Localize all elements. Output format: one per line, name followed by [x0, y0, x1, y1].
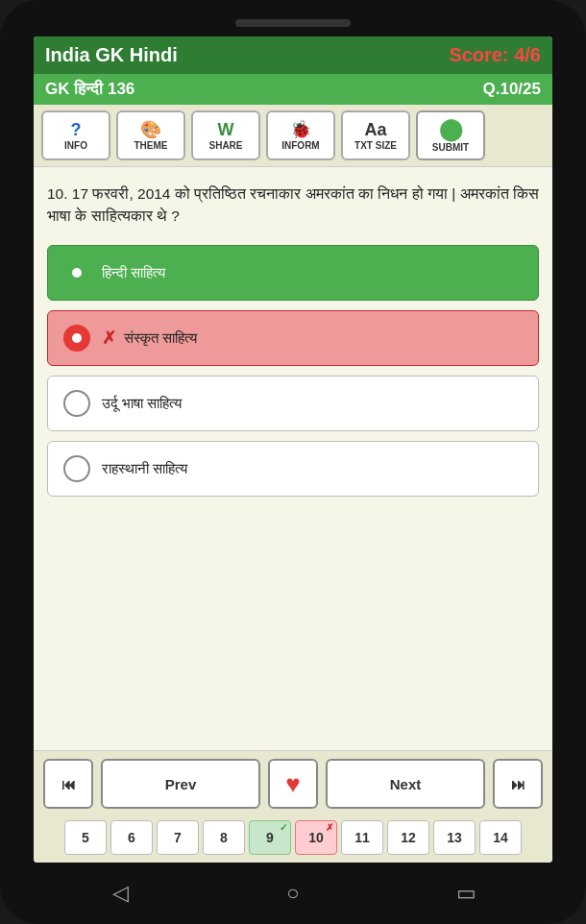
radio-d	[63, 455, 90, 482]
app-container: India GK Hindi Score: 4/6 GK हिन्दी 136 …	[34, 36, 552, 863]
question-text: 10. 17 फरवरी, 2014 को प्रतिष्ठित रचनाकार…	[47, 182, 539, 228]
first-button[interactable]: ⏮	[43, 759, 93, 809]
toolbar: ? INFO 🎨 THEME W SHARE 🐞 INFORM Aa TXT S…	[34, 105, 552, 167]
txtsize-button[interactable]: Aa TXT SIZE	[341, 110, 410, 160]
bottom-nav: ⏮ Prev ♥ Next ⏭	[34, 750, 552, 816]
phone-bottom-bar: ◁ ○ ▭	[34, 863, 552, 914]
phone-frame: India GK Hindi Score: 4/6 GK हिन्दी 136 …	[0, 0, 586, 924]
question-number-display: Q.10/25	[483, 80, 542, 99]
theme-button[interactable]: 🎨 THEME	[116, 110, 185, 160]
theme-label: THEME	[134, 140, 168, 151]
q-num-7[interactable]: 7	[157, 820, 199, 855]
submit-label: SUBMIT	[432, 142, 469, 153]
phone-notch	[235, 19, 351, 27]
prev-label: Prev	[165, 776, 197, 792]
next-label: Next	[390, 776, 422, 792]
radio-b	[63, 325, 90, 352]
options-area: हिन्दी साहित्य ✗ संस्कृत साहित्य उर्दू भ…	[34, 237, 552, 504]
q-num-5[interactable]: 5	[64, 820, 107, 855]
option-c[interactable]: उर्दू भाषा साहित्य	[47, 376, 539, 431]
theme-icon: 🎨	[140, 121, 161, 138]
heart-button[interactable]: ♥	[268, 759, 318, 809]
txtsize-icon: Aa	[364, 121, 386, 138]
share-button[interactable]: W SHARE	[191, 110, 260, 160]
home-button[interactable]: ○	[276, 876, 310, 911]
header-top: India GK Hindi Score: 4/6	[34, 36, 552, 74]
next-button[interactable]: Next	[326, 759, 485, 809]
submit-icon: ⬤	[439, 119, 463, 140]
option-c-text: उर्दू भाषा साहित्य	[102, 395, 182, 412]
option-d[interactable]: राहस्थानी साहित्य	[47, 441, 539, 497]
share-label: SHARE	[208, 140, 242, 151]
inform-icon: 🐞	[290, 121, 311, 138]
inform-label: INFORM	[281, 140, 319, 151]
info-label: INFO	[64, 140, 87, 151]
question-numbers: 5 6 7 8 9 ✓ 10 ✗ 11 12 13 14	[34, 816, 552, 863]
share-icon: W	[218, 121, 234, 138]
option-b-text: संस्कृत साहित्य	[124, 329, 197, 347]
txtsize-label: TXT SIZE	[354, 140, 397, 151]
q-num-13[interactable]: 13	[433, 820, 476, 855]
q-num-14[interactable]: 14	[479, 820, 522, 855]
score-display: Score: 4/6	[449, 44, 541, 66]
radio-c	[63, 390, 90, 417]
option-a[interactable]: हिन्दी साहित्य	[47, 245, 539, 301]
recents-button[interactable]: ▭	[449, 876, 483, 911]
heart-icon: ♥	[285, 769, 300, 799]
last-icon: ⏭	[511, 776, 525, 792]
header-sub: GK हिन्दी 136 Q.10/25	[34, 74, 552, 105]
q-num-8[interactable]: 8	[203, 820, 245, 855]
option-d-text: राहस्थानी साहित्य	[102, 460, 187, 477]
inform-button[interactable]: 🐞 INFORM	[266, 110, 335, 160]
app-title: India GK Hindi	[45, 44, 178, 66]
option-b[interactable]: ✗ संस्कृत साहित्य	[47, 310, 539, 366]
q-num-9[interactable]: 9 ✓	[249, 820, 291, 855]
last-button[interactable]: ⏭	[493, 759, 543, 809]
info-button[interactable]: ? INFO	[41, 110, 110, 160]
back-button[interactable]: ◁	[103, 876, 137, 911]
gk-title: GK हिन्दी 136	[45, 80, 134, 99]
wrong-mark: ✗	[102, 328, 116, 349]
question-area: 10. 17 फरवरी, 2014 को प्रतिष्ठित रचनाकार…	[34, 167, 552, 237]
prev-button[interactable]: Prev	[101, 759, 260, 809]
first-icon: ⏮	[61, 776, 76, 792]
submit-button[interactable]: ⬤ SUBMIT	[416, 110, 485, 160]
radio-a	[63, 259, 90, 286]
option-a-text: हिन्दी साहित्य	[102, 264, 165, 281]
q-num-12[interactable]: 12	[387, 820, 429, 855]
info-icon: ?	[71, 121, 82, 138]
q-num-6[interactable]: 6	[110, 820, 153, 855]
q-num-10[interactable]: 10 ✗	[295, 820, 337, 855]
q10-cross: ✗	[326, 822, 333, 833]
q-num-11[interactable]: 11	[341, 820, 383, 855]
q9-tick: ✓	[280, 822, 287, 833]
